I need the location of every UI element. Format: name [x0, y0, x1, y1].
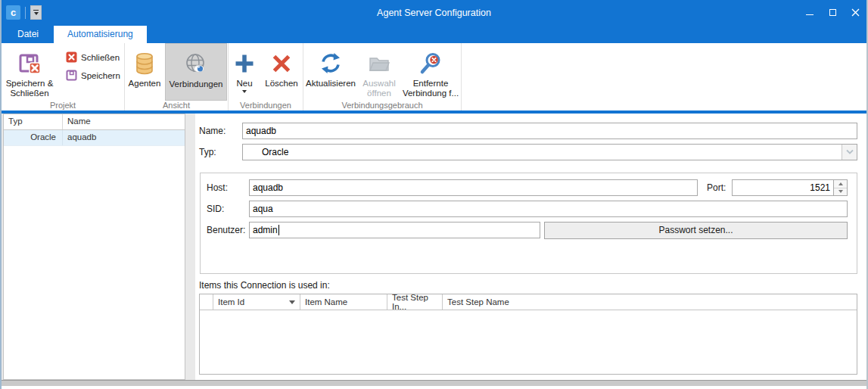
benutzer-value: admin: [253, 225, 278, 235]
entfernte-verbindung-button[interactable]: Entfernte Verbindung f...: [400, 43, 461, 101]
item-name-label: Item Name: [305, 297, 347, 307]
port-input[interactable]: 1521: [732, 179, 834, 196]
aktualisieren-button[interactable]: Aktualisieren: [303, 43, 358, 101]
benutzer-input[interactable]: admin: [249, 222, 540, 238]
spinner-up-icon: [838, 182, 843, 185]
group-label-verbindungsgebrauch: Verbindungsgebrauch: [303, 101, 461, 110]
column-filter-icon[interactable]: [289, 300, 295, 304]
loeschen-button[interactable]: Löschen: [262, 43, 301, 101]
connection-name-cell: aquadb: [63, 130, 185, 145]
qat-separator: [25, 7, 26, 19]
test-step-in-label: Test Step In...: [392, 293, 437, 311]
host-label: Host:: [207, 182, 249, 193]
name-input[interactable]: aquadb: [242, 123, 857, 139]
ribbon-empty-area: [462, 43, 866, 110]
window-bottom-edge: [2, 380, 866, 386]
connection-typ-cell: Oracle: [4, 130, 63, 145]
quick-access-dropdown-icon[interactable]: [30, 5, 42, 20]
save-and-close-button[interactable]: Speichern & Schließen: [2, 43, 58, 101]
ribbon: Speichern & Schließen Schließen: [2, 43, 866, 114]
column-header-test-step-in[interactable]: Test Step In...: [387, 294, 443, 310]
quick-access-toolbar: c: [2, 5, 42, 20]
globe-icon: [185, 49, 207, 79]
spinner-down-button[interactable]: [834, 188, 847, 196]
close-button[interactable]: [844, 0, 866, 25]
combobox-dropdown-button[interactable]: [842, 145, 857, 160]
minimize-button[interactable]: [798, 0, 821, 25]
neu-button[interactable]: Neu: [230, 43, 259, 101]
agent-server-configuration-window: c Agent Server Configuration Datei Autom…: [0, 0, 868, 389]
host-input[interactable]: aquadb: [249, 179, 698, 196]
benutzer-label: Benutzer:: [207, 225, 249, 235]
close-icon: [851, 8, 860, 17]
speichern-button[interactable]: Speichern: [64, 69, 123, 82]
port-spinner: [834, 179, 848, 196]
column-header-typ[interactable]: Typ: [4, 114, 63, 129]
name-label: Name:: [199, 126, 242, 136]
usage-section-label: Items this Connection is used in:: [199, 280, 857, 292]
speichern-label: Speichern: [81, 71, 120, 80]
spinner-up-button[interactable]: [834, 180, 847, 188]
column-header-item-id[interactable]: Item Id: [213, 294, 300, 310]
sid-input[interactable]: aqua: [249, 201, 848, 217]
typ-combobox[interactable]: Oracle: [242, 144, 857, 160]
neu-label: Neu: [236, 79, 252, 89]
passwort-setzen-button[interactable]: Passwort setzen...: [544, 222, 848, 239]
search-remove-icon: [419, 48, 442, 79]
connection-detail-panel: Name: aquadb Typ: Oracle Host: aquadb Po…: [195, 114, 866, 380]
maximize-icon: [829, 9, 836, 16]
column-header-item-name[interactable]: Item Name: [300, 294, 387, 310]
titlebar: c Agent Server Configuration: [2, 0, 866, 25]
main-content: Typ Name Oracle aquadb Name: aquadb Typ:…: [2, 114, 866, 380]
schliessen-button[interactable]: Schließen: [64, 51, 123, 64]
database-icon: [135, 48, 154, 79]
panel-splitter[interactable]: [185, 114, 195, 380]
verbindungen-view-button[interactable]: Verbindungen: [165, 43, 227, 101]
app-logo-icon[interactable]: c: [6, 5, 20, 20]
entfernte-label-line1: Entfernte: [413, 79, 449, 88]
ribbon-group-ansicht: Agenten Verbindungen: [125, 43, 229, 110]
tab-datei[interactable]: Datei: [8, 26, 48, 43]
group-label-ansicht: Ansicht: [125, 101, 228, 110]
maximize-button[interactable]: [821, 0, 844, 25]
save-and-close-label-line1: Speichern &: [6, 79, 54, 88]
window-title: Agent Server Configuration: [2, 8, 866, 18]
connections-list-header: Typ Name: [4, 114, 185, 130]
sid-value: aqua: [253, 204, 273, 214]
folder-open-icon: [368, 48, 390, 79]
group-label-projekt: Projekt: [2, 101, 124, 110]
entfernte-label-line2: Verbindung f...: [403, 89, 459, 98]
schliessen-label: Schließen: [81, 53, 120, 62]
oracle-settings-groupbox: Host: aquadb Port: 1521 SID: aqua: [200, 173, 857, 274]
auswahl-label-line2: öffnen: [367, 89, 391, 98]
ribbon-group-verbindungen: Neu Löschen Verbindungen: [229, 43, 303, 110]
text-caret: [278, 225, 279, 235]
port-value: 1521: [810, 182, 830, 193]
auswahl-label-line1: Auswahl: [362, 79, 395, 88]
port-label: Port:: [698, 182, 732, 193]
aktualisieren-label: Aktualisieren: [306, 79, 356, 89]
agenten-label: Agenten: [129, 79, 161, 89]
dropdown-arrow-icon: [242, 90, 247, 93]
tab-automatisierung[interactable]: Automatisierung: [54, 26, 147, 43]
minimize-icon: [806, 14, 814, 15]
usage-grid-header: Item Id Item Name Test Step In... Test S…: [200, 294, 857, 310]
plus-icon: [233, 48, 256, 79]
window-controls: [798, 0, 866, 25]
typ-value: Oracle: [243, 147, 842, 157]
combobox-chevron-icon: [845, 149, 854, 155]
ribbon-tab-row: Datei Automatisierung: [2, 25, 866, 43]
group-label-verbindungen: Verbindungen: [229, 101, 303, 110]
spinner-down-icon: [838, 190, 843, 193]
usage-grid: Item Id Item Name Test Step In... Test S…: [199, 294, 857, 375]
save-icon: [66, 70, 77, 81]
connection-row-selected[interactable]: Oracle aquadb: [4, 130, 185, 146]
column-header-test-step-name[interactable]: Test Step Name: [443, 294, 857, 310]
usage-grid-body[interactable]: [200, 310, 857, 374]
ribbon-group-projekt: Speichern & Schließen Schließen: [2, 43, 125, 110]
loeschen-label: Löschen: [265, 79, 297, 89]
agenten-button[interactable]: Agenten: [126, 43, 163, 101]
auswahl-oeffnen-button[interactable]: Auswahl öffnen: [359, 43, 399, 101]
column-header-name[interactable]: Name: [63, 114, 185, 129]
row-indicator-column: [200, 294, 213, 310]
